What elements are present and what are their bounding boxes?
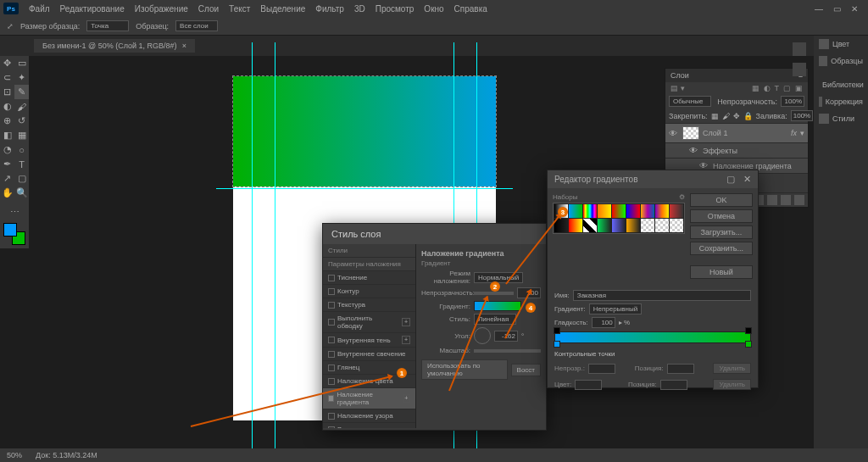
gradient-preset[interactable]	[655, 204, 669, 218]
opacity-stop[interactable]	[745, 327, 752, 334]
add-effect-icon[interactable]: +	[402, 336, 410, 344]
eraser-tool[interactable]: ◧	[0, 128, 14, 142]
style-list-header-styles[interactable]: Стили	[323, 244, 415, 258]
layers-tab[interactable]: Слои	[670, 71, 689, 80]
fx-indicator[interactable]: fx	[791, 129, 797, 137]
menu-image[interactable]: Изображение	[130, 4, 193, 14]
menu-window[interactable]: Окно	[419, 4, 448, 14]
fx-effects-row[interactable]: 👁 Эффекты	[665, 142, 808, 158]
filter-smart-icon[interactable]: ▣	[795, 84, 803, 92]
checkbox[interactable]	[328, 395, 334, 402]
menu-edit[interactable]: Редактирование	[55, 4, 130, 14]
lock-position-icon[interactable]: ✥	[733, 112, 740, 120]
checkbox[interactable]	[328, 319, 335, 326]
layer-row-1[interactable]: 👁 Слой 1 fx ▾	[665, 123, 808, 142]
checkbox[interactable]	[328, 288, 335, 295]
smooth-field[interactable]: 100	[592, 317, 615, 328]
brush-tool[interactable]: 🖌	[14, 99, 29, 114]
make-default-button[interactable]: Использовать по умолчанию	[421, 359, 508, 380]
gradient-preset[interactable]	[569, 204, 582, 218]
foreground-color[interactable]	[3, 223, 17, 237]
hand-tool[interactable]: ✋	[0, 186, 14, 200]
dock-styles[interactable]: Стили	[814, 110, 868, 127]
color-stop-field[interactable]	[575, 380, 602, 390]
gradient-preset[interactable]	[583, 204, 597, 218]
document-tab[interactable]: Без имени-1 @ 50% (Слой 1, RGB/8#) ×	[34, 39, 195, 53]
stamp-tool[interactable]: ⊕	[0, 114, 14, 128]
lasso-tool[interactable]: ⊂	[0, 70, 14, 85]
filter-adjust-icon[interactable]: ◐	[764, 84, 771, 92]
color-swatch[interactable]	[3, 223, 25, 245]
menu-3d[interactable]: 3D	[349, 4, 370, 14]
opacity-stop[interactable]	[554, 327, 560, 334]
visibility-icon[interactable]: 👁	[689, 146, 699, 155]
blend-mode-dropdown[interactable]: Нормальный	[474, 272, 523, 283]
crop-tool[interactable]: ⊡	[0, 85, 14, 99]
style-list-item[interactable]: Наложение градиента+	[323, 388, 415, 409]
style-list-item[interactable]: Тиснение	[323, 271, 415, 285]
wand-tool[interactable]: ✦	[14, 70, 29, 85]
scale-slider[interactable]	[474, 349, 541, 353]
menu-help[interactable]: Справка	[449, 4, 492, 14]
checkbox[interactable]	[328, 337, 335, 343]
gradient-preset[interactable]	[598, 219, 611, 232]
blur-tool[interactable]: ◔	[0, 142, 14, 157]
style-list-item[interactable]: Выполнить обводку+	[323, 312, 415, 333]
load-button[interactable]: Загрузить...	[690, 225, 753, 239]
color-stop[interactable]	[745, 341, 752, 348]
checkbox[interactable]	[328, 302, 335, 309]
dock-swatches[interactable]: Образцы	[814, 53, 868, 70]
window-maximize[interactable]: ▭	[833, 4, 841, 14]
reset-button[interactable]: Восст	[511, 364, 541, 376]
history-tool[interactable]: ↺	[14, 114, 29, 128]
dialog-close[interactable]: ✕	[743, 174, 751, 185]
lock-pixels-icon[interactable]: 🖌	[722, 112, 730, 120]
opacity-slider[interactable]	[474, 292, 514, 295]
delete-layer-icon[interactable]	[794, 195, 804, 205]
menu-layers[interactable]: Слои	[193, 4, 224, 14]
cancel-button[interactable]: Отмена	[690, 209, 753, 223]
dock-color[interactable]: Цвет	[814, 36, 868, 53]
style-list-item[interactable]: Контур	[323, 285, 415, 298]
menu-select[interactable]: Выделение	[255, 4, 310, 14]
save-button[interactable]: Сохранить...	[690, 242, 753, 255]
gradient-preset[interactable]	[569, 219, 582, 232]
checkbox[interactable]	[328, 378, 335, 385]
checkbox[interactable]	[328, 351, 335, 358]
menu-file[interactable]: Файл	[24, 4, 55, 14]
type-tool[interactable]: T	[14, 157, 29, 171]
fx-collapse-icon[interactable]: ▾	[800, 129, 804, 137]
visibility-icon[interactable]: 👁	[669, 129, 679, 138]
gradient-preset[interactable]	[583, 219, 597, 232]
window-minimize[interactable]: —	[815, 4, 823, 14]
guide-vertical[interactable]	[252, 42, 253, 454]
gradient-preset[interactable]	[670, 219, 683, 232]
style-list-item[interactable]: Текстура	[323, 298, 415, 312]
dock-libraries[interactable]: Библиотеки	[814, 76, 868, 93]
sample-dropdown[interactable]: Все слои	[175, 20, 218, 31]
checkbox[interactable]	[328, 413, 335, 420]
checkbox[interactable]	[328, 365, 335, 371]
pen-tool[interactable]: ✒	[0, 157, 14, 171]
delete-stop-button[interactable]: Удалить	[713, 379, 751, 390]
gradient-preset[interactable]	[670, 204, 683, 218]
name-field[interactable]: Заказная	[573, 290, 751, 301]
opacity-field[interactable]: 100%	[781, 96, 804, 107]
document-tab-close[interactable]: ×	[182, 42, 186, 50]
gradient-preset[interactable]	[641, 204, 654, 218]
menu-filter[interactable]: Фильтр	[310, 4, 349, 14]
heal-tool[interactable]: ◐	[0, 99, 14, 114]
properties-panel-icon[interactable]	[793, 63, 806, 76]
eyedropper-tool[interactable]: ✎	[14, 85, 29, 99]
style-list-header-blend[interactable]: Параметры наложения	[323, 258, 415, 271]
color-stop[interactable]	[554, 341, 560, 348]
window-close[interactable]: ✕	[851, 4, 858, 14]
gradient-preset[interactable]	[612, 204, 626, 218]
dodge-tool[interactable]: ○	[14, 142, 29, 157]
style-list-item[interactable]: Внешнее свечение	[323, 423, 415, 428]
new-folder-icon[interactable]	[767, 195, 777, 205]
type-dropdown[interactable]: Непрерывный	[589, 303, 643, 314]
angle-dial[interactable]	[474, 327, 491, 344]
presets-settings-icon[interactable]: ⚙	[679, 193, 685, 201]
guide-vertical[interactable]	[275, 42, 275, 454]
